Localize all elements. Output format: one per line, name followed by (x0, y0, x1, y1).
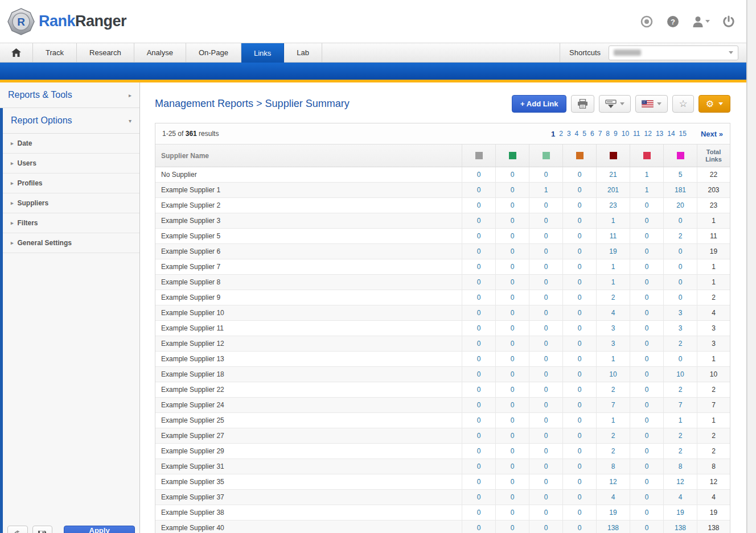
link-count-cell[interactable]: 0 (529, 505, 562, 520)
sidebar-item-general-settings[interactable]: ▸General Settings (3, 233, 139, 253)
link-count-cell[interactable]: 0 (562, 305, 596, 320)
link-count-cell[interactable]: 4 (663, 490, 697, 505)
link-count-cell[interactable]: 0 (495, 382, 529, 397)
link-count-cell[interactable]: 0 (529, 305, 562, 320)
supplier-name-header[interactable]: Supplier Name (155, 144, 462, 167)
link-count-cell[interactable]: 12 (663, 474, 697, 489)
link-count-cell[interactable]: 23 (596, 198, 630, 213)
page-number-15[interactable]: 15 (679, 130, 687, 138)
link-count-cell[interactable]: 11 (596, 229, 630, 243)
settings-button[interactable]: ⚙ (699, 95, 730, 113)
link-status-header-2[interactable] (495, 144, 529, 167)
brand-logo[interactable]: R RankRanger (7, 7, 126, 36)
page-number-2[interactable]: 2 (559, 130, 563, 138)
link-count-cell[interactable]: 0 (495, 167, 529, 182)
link-count-cell[interactable]: 0 (562, 367, 596, 382)
link-count-cell[interactable]: 5 (663, 167, 697, 182)
link-count-cell[interactable]: 0 (462, 459, 495, 474)
page-number-11[interactable]: 11 (633, 130, 640, 138)
link-count-cell[interactable]: 0 (630, 229, 663, 243)
link-count-cell[interactable]: 2 (663, 428, 697, 443)
user-menu[interactable] (692, 15, 710, 28)
link-count-cell[interactable]: 0 (630, 321, 663, 336)
link-count-cell[interactable]: 2 (663, 336, 697, 351)
link-count-cell[interactable]: 0 (462, 244, 495, 259)
link-count-cell[interactable]: 0 (630, 382, 663, 397)
link-count-cell[interactable]: 0 (495, 244, 529, 259)
link-count-cell[interactable]: 4 (596, 490, 630, 505)
total-links-header[interactable]: Total Links (697, 144, 730, 167)
link-count-cell[interactable]: 0 (462, 290, 495, 305)
page-number-3[interactable]: 3 (567, 130, 571, 138)
tab-on-page[interactable]: On-Page (186, 43, 241, 62)
sidebar-report-options[interactable]: Report Options ▾ (3, 108, 139, 134)
tab-analyse[interactable]: Analyse (134, 43, 186, 62)
link-count-cell[interactable]: 7 (596, 398, 630, 412)
tab-research[interactable]: Research (77, 43, 134, 62)
link-count-cell[interactable]: 0 (529, 213, 562, 228)
link-count-cell[interactable]: 0 (462, 428, 495, 443)
link-count-cell[interactable]: 201 (596, 183, 630, 197)
link-count-cell[interactable]: 0 (529, 382, 562, 397)
sidebar-item-date[interactable]: ▸Date (3, 134, 139, 154)
link-count-cell[interactable]: 0 (663, 275, 697, 290)
power-icon[interactable] (721, 14, 736, 29)
link-count-cell[interactable]: 0 (529, 198, 562, 213)
link-count-cell[interactable]: 8 (663, 459, 697, 474)
page-number-7[interactable]: 7 (598, 130, 602, 138)
link-count-cell[interactable]: 0 (495, 229, 529, 243)
link-count-cell[interactable]: 0 (529, 520, 562, 533)
link-count-cell[interactable]: 0 (462, 382, 495, 397)
link-count-cell[interactable]: 0 (495, 305, 529, 320)
link-count-cell[interactable]: 20 (663, 198, 697, 213)
link-count-cell[interactable]: 2 (596, 290, 630, 305)
page-number-8[interactable]: 8 (606, 130, 610, 138)
link-count-cell[interactable]: 0 (495, 444, 529, 458)
link-count-cell[interactable]: 0 (562, 444, 596, 458)
link-status-header-3[interactable] (529, 144, 562, 167)
link-count-cell[interactable]: 0 (529, 229, 562, 243)
link-count-cell[interactable]: 0 (562, 459, 596, 474)
link-count-cell[interactable]: 0 (562, 321, 596, 336)
link-count-cell[interactable]: 0 (495, 459, 529, 474)
export-button[interactable] (599, 95, 631, 113)
link-count-cell[interactable]: 0 (529, 444, 562, 458)
add-link-button[interactable]: + Add Link (512, 95, 566, 113)
link-count-cell[interactable]: 2 (596, 444, 630, 458)
link-count-cell[interactable]: 0 (630, 490, 663, 505)
link-count-cell[interactable]: 19 (596, 244, 630, 259)
link-count-cell[interactable]: 0 (562, 275, 596, 290)
favorite-button[interactable]: ☆ (672, 95, 693, 113)
link-count-cell[interactable]: 0 (562, 520, 596, 533)
link-count-cell[interactable]: 0 (462, 321, 495, 336)
link-count-cell[interactable]: 2 (596, 382, 630, 397)
link-count-cell[interactable]: 1 (596, 275, 630, 290)
link-count-cell[interactable]: 0 (630, 198, 663, 213)
link-count-cell[interactable]: 12 (596, 474, 630, 489)
link-count-cell[interactable]: 0 (495, 336, 529, 351)
link-count-cell[interactable]: 0 (462, 413, 495, 428)
link-count-cell[interactable]: 3 (663, 321, 697, 336)
link-count-cell[interactable]: 0 (630, 290, 663, 305)
link-count-cell[interactable]: 0 (562, 198, 596, 213)
link-count-cell[interactable]: 0 (495, 213, 529, 228)
link-count-cell[interactable]: 0 (529, 398, 562, 412)
link-count-cell[interactable]: 0 (562, 382, 596, 397)
reset-button[interactable] (7, 526, 28, 533)
link-count-cell[interactable]: 0 (663, 244, 697, 259)
link-count-cell[interactable]: 0 (562, 490, 596, 505)
link-count-cell[interactable]: 0 (462, 336, 495, 351)
link-count-cell[interactable]: 0 (495, 259, 529, 274)
link-count-cell[interactable]: 0 (495, 398, 529, 412)
link-count-cell[interactable]: 0 (462, 505, 495, 520)
link-count-cell[interactable]: 0 (663, 352, 697, 366)
link-count-cell[interactable]: 0 (663, 290, 697, 305)
link-count-cell[interactable]: 0 (462, 444, 495, 458)
link-count-cell[interactable]: 0 (630, 459, 663, 474)
link-count-cell[interactable]: 0 (562, 244, 596, 259)
link-count-cell[interactable]: 0 (529, 413, 562, 428)
link-count-cell[interactable]: 1 (596, 259, 630, 274)
link-count-cell[interactable]: 0 (462, 275, 495, 290)
link-count-cell[interactable]: 10 (596, 367, 630, 382)
link-count-cell[interactable]: 0 (529, 244, 562, 259)
